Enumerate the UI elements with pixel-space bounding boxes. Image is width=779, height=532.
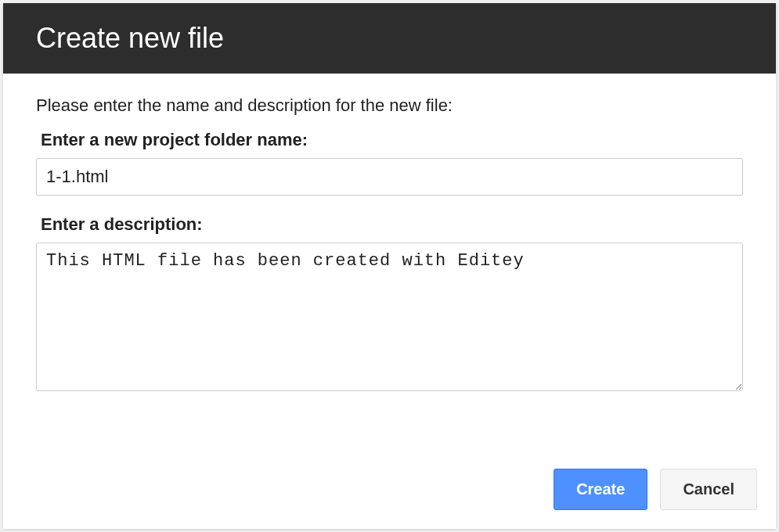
dialog-footer: Create Cancel (3, 469, 776, 529)
dialog-body: Please enter the name and description fo… (3, 74, 776, 469)
create-button[interactable]: Create (554, 469, 647, 510)
dialog-header: Create new file (3, 3, 776, 74)
folder-name-input[interactable] (36, 158, 743, 196)
intro-text: Please enter the name and description fo… (36, 95, 743, 116)
folder-name-label: Enter a new project folder name: (36, 130, 743, 150)
cancel-button[interactable]: Cancel (660, 469, 757, 510)
description-textarea[interactable]: This HTML file has been created with Edi… (36, 243, 743, 391)
description-label: Enter a description: (36, 214, 743, 235)
create-file-dialog: Create new file Please enter the name an… (3, 3, 776, 529)
dialog-title: Create new file (36, 22, 743, 55)
